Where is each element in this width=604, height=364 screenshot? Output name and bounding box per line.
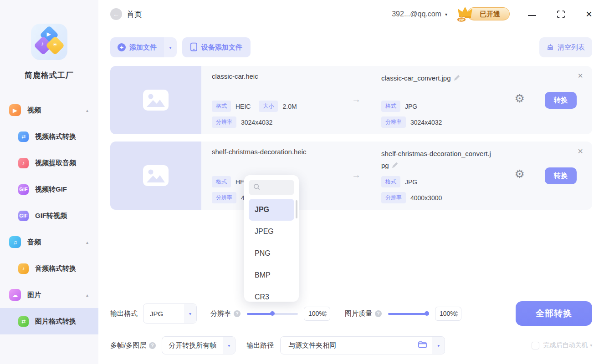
sidebar-item-label: 视频提取音频 bbox=[35, 159, 76, 167]
file-thumbnail bbox=[110, 66, 201, 134]
sidebar-item-label: 视频转GIF bbox=[35, 185, 67, 194]
video-to-gif-icon: GIF bbox=[18, 184, 29, 195]
page-title: 首页 bbox=[127, 9, 142, 20]
sidebar-item-video[interactable]: ▶ 视频 bbox=[0, 97, 98, 123]
quality-percent-stepper[interactable]: 100% bbox=[435, 307, 461, 321]
sidebar-item-extract-audio[interactable]: ♪ 视频提取音频 bbox=[0, 150, 98, 176]
resolution-help-icon[interactable] bbox=[234, 310, 241, 317]
sidebar-item-video-convert[interactable]: ⇄ 视频格式转换 bbox=[0, 123, 98, 150]
gif-to-video-icon: GIF bbox=[18, 211, 29, 221]
app-window: ▶ ♪ ☀ 简鹿格式工厂 ▶ 视频 ⇄ 视频格式转换 ♪ 视频提取音频 GIF bbox=[0, 0, 604, 364]
slider-thumb[interactable] bbox=[270, 311, 275, 316]
chevron-down-icon[interactable] bbox=[432, 337, 445, 354]
plus-icon bbox=[118, 43, 126, 51]
output-file-name: classic-car_convert.jpg bbox=[381, 72, 494, 85]
clear-list-button[interactable]: 清空列表 bbox=[539, 37, 592, 57]
sidebar-item-video-to-gif[interactable]: GIF 视频转GIF bbox=[0, 176, 98, 202]
add-file-button[interactable]: 添加文件 bbox=[110, 37, 164, 57]
folder-icon[interactable] bbox=[418, 341, 427, 350]
sidebar-item-label: GIF转视频 bbox=[35, 212, 67, 220]
multiframe-help-icon[interactable] bbox=[149, 342, 156, 349]
file-list: classic-car.heic 格式 HEIC 大小 2.0M 分辨率 302… bbox=[98, 57, 604, 210]
format-option-cr3[interactable]: CR3 bbox=[249, 286, 294, 302]
video-convert-icon: ⇄ bbox=[18, 131, 29, 142]
format-option-bmp[interactable]: BMP bbox=[249, 264, 294, 286]
quality-help-icon[interactable] bbox=[375, 310, 382, 317]
add-file-split-button: 添加文件 bbox=[110, 37, 177, 57]
remove-file-icon[interactable] bbox=[578, 146, 583, 157]
resolution-slider[interactable] bbox=[247, 311, 298, 316]
chevron-down-icon bbox=[223, 337, 235, 354]
svg-text:VIP: VIP bbox=[459, 18, 464, 21]
device-add-label: 设备添加文件 bbox=[201, 43, 242, 52]
collapse-caret-icon[interactable] bbox=[86, 240, 88, 245]
add-file-label: 添加文件 bbox=[129, 43, 157, 52]
arrow-right-icon bbox=[352, 170, 361, 180]
file-row: classic-car.heic 格式 HEIC 大小 2.0M 分辨率 302… bbox=[110, 66, 592, 134]
resolution-value: 3024x4032 bbox=[241, 119, 272, 126]
sidebar-item-image[interactable]: ☁ 图片 bbox=[0, 282, 98, 308]
broom-icon bbox=[547, 43, 554, 52]
sidebar-item-label: 图片 bbox=[27, 291, 41, 299]
dropdown-scrollbar[interactable] bbox=[296, 200, 297, 218]
format-search-input[interactable] bbox=[249, 180, 294, 195]
phone-icon bbox=[190, 42, 197, 53]
file-row: shelf-christmas-decoration.heic 格式 HEIC … bbox=[110, 142, 592, 210]
sidebar-item-label: 视频格式转换 bbox=[35, 132, 76, 141]
source-file-name: shelf-christmas-decoration.heic bbox=[212, 148, 339, 156]
sidebar-item-audio[interactable]: ♫ 音频 bbox=[0, 229, 98, 255]
format-badge: 格式 bbox=[381, 176, 400, 187]
collapse-caret-icon[interactable] bbox=[86, 108, 88, 113]
device-add-button[interactable]: 设备添加文件 bbox=[182, 37, 251, 57]
resolution-percent-value: 100% bbox=[308, 310, 325, 317]
edit-name-icon[interactable] bbox=[392, 160, 398, 172]
vip-badge[interactable]: VIP 已开通 bbox=[467, 10, 510, 19]
collapse-caret-icon[interactable] bbox=[86, 293, 88, 298]
edit-name-icon[interactable] bbox=[454, 73, 460, 85]
output-path-label: 输出路径 bbox=[246, 341, 274, 350]
format-badge: 格式 bbox=[212, 176, 231, 187]
format-option-jpeg[interactable]: JPEG bbox=[249, 221, 294, 243]
search-icon bbox=[253, 183, 260, 192]
extract-audio-icon: ♪ bbox=[18, 158, 29, 168]
remove-file-icon[interactable] bbox=[578, 71, 583, 81]
format-option-png[interactable]: PNG bbox=[249, 243, 294, 264]
sidebar-item-audio-convert[interactable]: ♪ 音频格式转换 bbox=[0, 255, 98, 282]
convert-all-button[interactable]: 全部转换 bbox=[516, 301, 592, 326]
minimize-button[interactable] bbox=[528, 15, 536, 16]
image-icon: ☁ bbox=[9, 289, 21, 301]
quality-percent-value: 100% bbox=[440, 310, 456, 317]
resolution-percent-stepper[interactable]: 100% bbox=[304, 307, 330, 321]
close-button[interactable] bbox=[586, 9, 592, 20]
shutdown-checkbox[interactable] bbox=[532, 342, 539, 349]
stepper-arrows-icon[interactable] bbox=[455, 307, 458, 320]
output-format-value: JPG bbox=[405, 178, 417, 186]
sidebar-item-image-convert[interactable]: ⇄ 图片格式转换 bbox=[0, 308, 98, 334]
source-file-name: classic-car.heic bbox=[212, 72, 339, 80]
sidebar-item-label: 音频格式转换 bbox=[35, 264, 76, 273]
format-option-jpg[interactable]: JPG bbox=[249, 199, 294, 221]
app-title: 简鹿格式工厂 bbox=[25, 70, 74, 81]
output-file-name: shelf-christmas-decoration_convert.jpg bbox=[381, 148, 494, 172]
account-caret-icon[interactable] bbox=[445, 12, 447, 17]
output-format-select[interactable]: JPG bbox=[143, 303, 197, 324]
add-file-caret-icon[interactable] bbox=[164, 37, 177, 57]
sidebar-item-gif-to-video[interactable]: GIF GIF转视频 bbox=[0, 202, 98, 229]
settings-gear-icon[interactable] bbox=[515, 168, 525, 180]
stepper-arrows-icon[interactable] bbox=[323, 307, 327, 320]
resolution-badge: 分辨率 bbox=[212, 116, 236, 128]
settings-gear-icon[interactable] bbox=[515, 93, 525, 104]
maximize-button[interactable] bbox=[557, 10, 565, 18]
account-email[interactable]: 392...@qq.com bbox=[392, 10, 441, 18]
back-button[interactable] bbox=[110, 8, 122, 20]
output-path-input[interactable]: 与源文件夹相同 bbox=[280, 336, 445, 354]
multiframe-select[interactable]: 分开转换所有帧 bbox=[162, 336, 235, 354]
quality-slider[interactable] bbox=[388, 311, 429, 316]
chevron-down-icon[interactable] bbox=[590, 343, 592, 348]
audio-convert-icon: ♪ bbox=[18, 263, 29, 274]
app-logo-area: ▶ ♪ ☀ 简鹿格式工厂 bbox=[0, 0, 98, 81]
shutdown-after-finish-toggle[interactable]: 完成后自动关机 bbox=[532, 341, 592, 349]
convert-button[interactable]: 转换 bbox=[545, 92, 577, 109]
slider-thumb[interactable] bbox=[425, 311, 429, 316]
convert-button[interactable]: 转换 bbox=[545, 167, 577, 184]
